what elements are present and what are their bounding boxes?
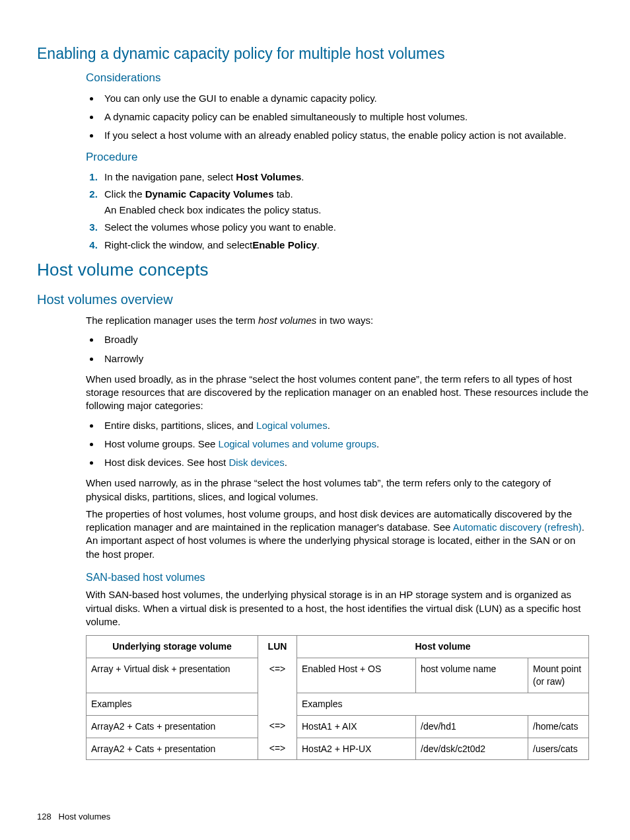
procedure-step: Right-click the window, and selectEnable… [100,237,589,254]
text: in two ways: [316,315,373,326]
table-row: Examples Examples [87,693,589,715]
consideration-item: If you select a host volume with an alre… [100,127,589,145]
cell-hv: /dev/hd1 [416,715,528,738]
consideration-item: A dynamic capacity policy can be enabled… [100,108,589,127]
narrow-paragraph: When used narrowly, as in the phrase “se… [86,477,589,504]
table-row: Array + Virtual disk + presentation <=> … [87,658,589,693]
consideration-item: You can only use the GUI to enable a dyn… [100,90,589,108]
text: The replication manager uses the term [86,315,258,326]
section-heading-enable-policy: Enabling a dynamic capacity policy for m… [37,44,589,64]
text: Entire disks, partitions, slices, and [104,420,256,431]
link-logical-volumes[interactable]: Logical volumes [256,420,328,431]
table-row: ArrayA2 + Cats + presentation <=> HostA1… [87,715,589,738]
cell-arrow: <=> [258,658,297,693]
broadly-paragraph: When used broadly, as in the phrase “sel… [86,373,589,413]
san-heading: SAN-based host volumes [86,570,589,585]
cell-hv: HostA1 + AIX [297,715,416,738]
text: Right-click the window, and select [104,239,252,250]
section-heading-concepts: Host volume concepts [37,258,589,282]
table-header-row: Underlying storage volume LUN Host volum… [87,636,589,658]
category-item: Host disk devices. See host Disk devices… [100,454,589,473]
procedure-heading: Procedure [86,150,589,165]
th-lun: LUN [258,636,297,658]
text: tab. [273,188,293,200]
way-item: Broadly [100,331,589,350]
text: . [328,420,330,431]
cell-hv: Enabled Host + OS [297,658,416,693]
cell-empty [258,693,297,715]
th-hostvol: Host volume [297,636,589,658]
th-underlying: Underlying storage volume [87,636,258,658]
procedure-step: Select the volumes whose policy you want… [100,219,589,237]
link-volume-groups[interactable]: Logical volumes and volume groups [219,438,376,449]
considerations-list: You can only use the GUI to enable a dyn… [86,90,589,146]
text: Host disk devices. See host [104,457,228,468]
cell-arrow: <=> [258,738,297,760]
bold-text: Host Volumes [236,171,301,182]
text: . [301,171,304,182]
cell-usv: Array + Virtual disk + presentation [87,658,258,693]
cell-hv: /home/cats [528,715,589,738]
procedure-list: In the navigation pane, select Host Volu… [86,169,589,254]
cell-hv: /dev/dsk/c2t0d2 [416,738,528,760]
table-row: ArrayA2 + Cats + presentation <=> HostA2… [87,738,589,760]
procedure-step: Click the Dynamic Capacity Volumes tab. … [100,186,589,220]
procedure-step: In the navigation pane, select Host Volu… [100,169,589,186]
cell-examples: Examples [87,693,258,715]
category-item: Host volume groups. See Logical volumes … [100,436,589,454]
text: . [317,239,320,250]
text: . [376,438,379,449]
cell-hv: HostA2 + HP-UX [297,738,416,760]
properties-paragraph: The properties of host volumes, host vol… [86,508,589,561]
ways-list: Broadly Narrowly [86,331,589,369]
link-auto-discovery[interactable]: Automatic discovery (refresh) [453,521,582,533]
text: In the navigation pane, select [104,171,236,182]
way-item: Narrowly [100,350,589,369]
san-table: Underlying storage volume LUN Host volum… [86,635,589,760]
cell-examples: Examples [297,693,589,715]
text: . [285,457,287,468]
link-disk-devices[interactable]: Disk devices [228,457,284,468]
bold-text: Enable Policy [252,239,317,250]
cell-hv: Mount point (or raw) [528,658,589,693]
overview-heading: Host volumes overview [37,291,589,309]
intro-paragraph: The replication manager uses the term ho… [86,314,589,327]
considerations-heading: Considerations [86,71,589,86]
substep-text: An Enabled check box indicates the polic… [104,204,589,217]
text: Host volume groups. See [104,438,219,449]
bold-text: Dynamic Capacity Volumes [145,188,274,200]
category-item: Entire disks, partitions, slices, and Lo… [100,417,589,436]
text: Click the [104,188,145,200]
cell-usv: ArrayA2 + Cats + presentation [87,715,258,738]
chapter-name: Host volumes [59,812,111,821]
cell-usv: ArrayA2 + Cats + presentation [87,738,258,760]
cell-hv: /users/cats [528,738,589,760]
page-number: 128 [37,812,52,821]
italic-text: host volumes [258,315,316,326]
san-paragraph: With SAN-based host volumes, the underly… [86,588,589,629]
cell-hv: host volume name [416,658,528,693]
categories-list: Entire disks, partitions, slices, and Lo… [86,417,589,473]
cell-arrow: <=> [258,715,297,738]
page-footer: 128 Host volumes [37,811,110,823]
